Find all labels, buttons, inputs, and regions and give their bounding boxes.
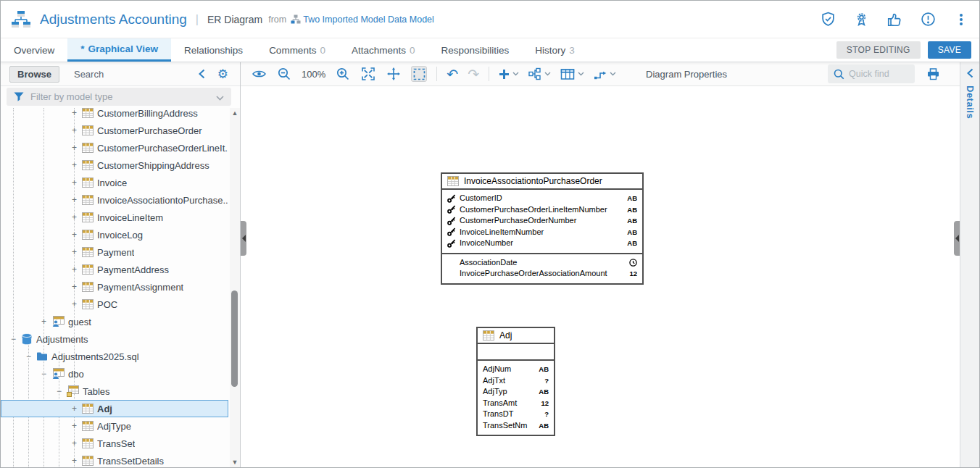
entity-invoiceassociationtopurchaseorder[interactable]: InvoiceAssociationtoPurchaseOrder Custom… [441, 172, 644, 285]
tab-responsibilities[interactable]: Responsibilities [428, 38, 522, 62]
fit-to-screen-icon[interactable] [360, 66, 376, 82]
attribute-row-transsetnm[interactable]: TransSetNmAB [478, 420, 554, 432]
tree-expander[interactable]: + [70, 214, 78, 222]
tree-expander[interactable]: + [40, 318, 48, 326]
thumbs-up-icon[interactable] [886, 12, 902, 28]
attribute-row-adjtyp[interactable]: AdjTypAB [478, 386, 554, 398]
details-panel-label[interactable]: Details [965, 85, 976, 119]
alert-circle-icon[interactable] [920, 12, 936, 28]
tree-item-invoicelineitem[interactable]: + InvoiceLineItem [1, 209, 228, 226]
shield-check-icon[interactable] [820, 12, 836, 28]
tab-history[interactable]: History3 [522, 38, 588, 62]
tree-expander[interactable]: + [70, 440, 78, 448]
tree-expander[interactable]: + [70, 179, 78, 187]
entity-adj[interactable]: AdjAdjNumABAdjTxt?AdjTypABTransAmt12Tran… [476, 327, 555, 436]
tree-item-customerpurchaseorder[interactable]: + CustomerPurchaseOrder [1, 122, 228, 139]
attribute-row-customerpurchaseorderlineitemnumber[interactable]: CustomerPurchaseOrderLineItemNumberAB [442, 204, 642, 216]
scroll-down-arrow[interactable]: ▼ [230, 457, 240, 467]
pan-move-icon[interactable] [386, 66, 402, 82]
quick-find-input[interactable] [849, 69, 907, 79]
attribute-row-transdt[interactable]: TransDT? [478, 409, 554, 420]
entity-header[interactable]: Adj [478, 328, 554, 344]
zoom-in-icon[interactable] [335, 66, 351, 82]
search-tab-label[interactable]: Search [74, 69, 104, 80]
entity-header[interactable]: InvoiceAssociationtoPurchaseOrder [442, 174, 642, 190]
relationship-dropdown[interactable] [594, 68, 616, 80]
stop-editing-button[interactable]: STOP EDITING [836, 41, 921, 59]
tree-expander[interactable]: + [70, 283, 78, 291]
tab-relationships[interactable]: Relationships [171, 38, 256, 62]
tree-expander[interactable]: + [70, 231, 78, 239]
tree-item-transset[interactable]: + TransSet [1, 435, 228, 452]
tree-expander[interactable]: + [70, 301, 78, 309]
attribute-row-invoicenumber[interactable]: InvoiceNumberAB [442, 238, 642, 249]
tree-item-customerpurchaseorderlineit-[interactable]: + CustomerPurchaseOrderLineIt... [1, 139, 228, 156]
tab-overview[interactable]: Overview [1, 38, 67, 62]
tree-expander[interactable]: + [70, 109, 78, 117]
expand-details-chevron-icon[interactable] [966, 68, 974, 78]
tree-item-customershippingaddress[interactable]: + CustomerShippingAddress [1, 156, 228, 174]
undo-icon[interactable]: ↶ [447, 67, 458, 81]
table-view-dropdown[interactable] [560, 68, 584, 80]
tree-expander[interactable]: + [70, 457, 78, 465]
gear-icon[interactable]: ⚙ [217, 67, 228, 82]
tree-item-paymentassignment[interactable]: + PaymentAssignment [1, 278, 228, 296]
attribute-row-associationdate[interactable]: AssociationDate [442, 257, 642, 269]
tab-attachments[interactable]: Attachments0 [339, 38, 428, 62]
tree-expander[interactable]: − [25, 353, 33, 361]
attribute-row-transamt[interactable]: TransAmt12 [478, 398, 554, 409]
tree-expander[interactable]: + [70, 405, 78, 413]
scrollbar-thumb[interactable] [231, 291, 238, 387]
attribute-row-adjtxt[interactable]: AdjTxt? [478, 375, 554, 387]
tree-item-invoice[interactable]: + Invoice [1, 174, 228, 191]
tree-expander[interactable]: + [70, 248, 78, 256]
browse-tab-button[interactable]: Browse [9, 66, 59, 83]
tree-expander[interactable]: + [70, 266, 78, 274]
tree-expander[interactable]: + [70, 422, 78, 430]
quick-find-box[interactable] [828, 64, 915, 83]
tab-graphical-view[interactable]: * Graphical View [67, 38, 171, 62]
tree-item-payment[interactable]: + Payment [1, 243, 228, 261]
marquee-select-icon[interactable] [411, 66, 427, 82]
tree-item-adj[interactable]: + Adj [1, 400, 228, 417]
tree-item-poc[interactable]: + POC [1, 296, 228, 313]
add-object-dropdown[interactable] [499, 69, 519, 80]
tree-item-transsetdetails[interactable]: + TransSetDetails [1, 452, 228, 467]
details-collapse-handle[interactable] [954, 221, 960, 256]
certify-award-icon[interactable] [853, 12, 869, 28]
attribute-row-invoicepurchaseorderassociationamount[interactable]: InvoicePurchaseOrderAssociationAmount12 [442, 268, 642, 280]
attribute-row-adjnum[interactable]: AdjNumAB [478, 364, 554, 375]
sidebar-collapse-handle[interactable] [241, 221, 246, 256]
auto-layout-dropdown[interactable] [528, 67, 551, 80]
attribute-row-customerid[interactable]: CustomerIDAB [442, 193, 642, 204]
filter-by-model-type-dropdown[interactable]: Filter by model type [7, 88, 231, 106]
attribute-row-customerpurchaseordernumber[interactable]: CustomerPurchaseOrderNumberAB [442, 215, 642, 227]
zoom-level-value[interactable]: 100% [302, 69, 325, 80]
save-button[interactable]: SAVE [928, 41, 971, 59]
tree-item-paymentaddress[interactable]: + PaymentAddress [1, 261, 228, 278]
tree-item-invoiceassociationtopurchase-[interactable]: + InvoiceAssociationtoPurchase... [1, 191, 228, 209]
tree-item-adjtype[interactable]: + AdjType [1, 417, 228, 435]
collapse-sidebar-chevron-icon[interactable] [198, 69, 206, 79]
tree-item-invoicelog[interactable]: + InvoiceLog [1, 226, 228, 243]
tree-item-guest[interactable]: + guest [1, 313, 228, 330]
zoom-out-icon[interactable] [276, 66, 292, 82]
tree-item-dbo[interactable]: − dbo [1, 365, 228, 383]
tree-item-adjustments2025-sql[interactable]: − Adjustments2025.sql [1, 348, 228, 365]
tree-expander[interactable]: − [40, 370, 48, 378]
tree-item-tables[interactable]: − Tables [1, 383, 228, 400]
tree-item-customerbillingaddress[interactable]: + CustomerBillingAddress [1, 108, 228, 122]
model-link[interactable]: Two Imported Model Data Model [303, 14, 434, 25]
sidebar-scrollbar[interactable]: ▲ ▼ [230, 108, 240, 467]
tree-expander[interactable]: − [9, 335, 17, 343]
kebab-menu-icon[interactable] [953, 12, 969, 28]
tree-item-adjustments[interactable]: − Adjustments [1, 330, 228, 348]
tree-expander[interactable]: + [70, 196, 78, 204]
tree-expander[interactable]: + [70, 162, 78, 170]
print-icon[interactable] [925, 66, 941, 82]
tree-expander[interactable]: − [55, 388, 63, 396]
attribute-row-invoicelineitemnumber[interactable]: InvoiceLineItemNumberAB [442, 227, 642, 238]
tree-expander[interactable]: + [70, 144, 78, 152]
diagram-properties-button[interactable]: Diagram Properties [646, 69, 727, 80]
tab-comments[interactable]: Comments0 [256, 38, 339, 62]
